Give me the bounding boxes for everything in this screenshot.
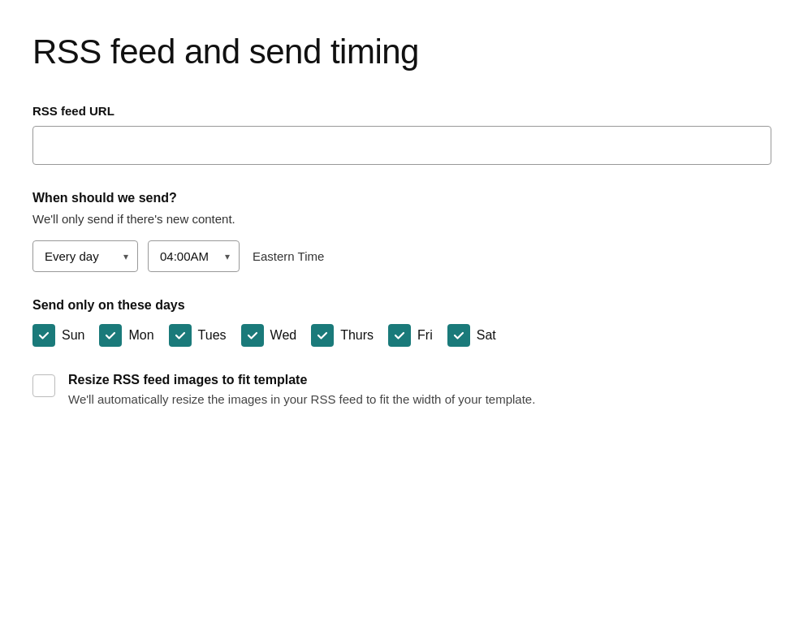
day-label-sat: Sat <box>477 328 496 343</box>
send-timing-title: When should we send? <box>32 191 780 205</box>
checkmark-icon <box>104 329 117 342</box>
checkmark-icon <box>246 329 259 342</box>
day-item-wed[interactable]: Wed <box>241 324 297 347</box>
resize-section: Resize RSS feed images to fit template W… <box>32 373 780 406</box>
day-item-sat[interactable]: Sat <box>447 324 496 347</box>
day-checkbox-fri[interactable] <box>388 324 411 347</box>
time-select[interactable]: 12:00AM 01:00AM 02:00AM 03:00AM 04:00AM … <box>148 240 240 272</box>
page-title: RSS feed and send timing <box>32 32 780 71</box>
rss-url-input[interactable] <box>32 126 771 165</box>
day-label-sun: Sun <box>62 328 84 343</box>
frequency-select[interactable]: Every day Every week Weekdays Weekends <box>32 240 138 272</box>
frequency-select-wrapper: Every day Every week Weekdays Weekends ▾ <box>32 240 138 272</box>
days-title: Send only on these days <box>32 298 780 313</box>
day-label-mon: Mon <box>128 328 153 343</box>
day-label-wed: Wed <box>270 328 297 343</box>
resize-text-block: Resize RSS feed images to fit template W… <box>68 373 535 406</box>
day-checkbox-sat[interactable] <box>447 324 470 347</box>
resize-description: We'll automatically resize the images in… <box>68 392 535 406</box>
day-checkbox-sun[interactable] <box>32 324 55 347</box>
day-item-thurs[interactable]: Thurs <box>311 324 374 347</box>
send-timing-section: When should we send? We'll only send if … <box>32 191 780 272</box>
day-label-tues: Tues <box>198 328 227 343</box>
day-checkbox-wed[interactable] <box>241 324 264 347</box>
checkmark-icon <box>393 329 406 342</box>
day-label-fri: Fri <box>417 328 433 343</box>
day-checkbox-thurs[interactable] <box>311 324 334 347</box>
checkmark-icon <box>452 329 465 342</box>
day-item-fri[interactable]: Fri <box>388 324 433 347</box>
day-item-sun[interactable]: Sun <box>32 324 84 347</box>
time-select-wrapper: 12:00AM 01:00AM 02:00AM 03:00AM 04:00AM … <box>148 240 240 272</box>
day-label-thurs: Thurs <box>340 328 374 343</box>
day-checkbox-mon[interactable] <box>99 324 122 347</box>
days-section: Send only on these days Sun Mon <box>32 298 780 347</box>
checkmark-icon <box>174 329 187 342</box>
timezone-label: Eastern Time <box>253 249 324 263</box>
resize-checkbox[interactable] <box>32 374 55 397</box>
days-row: Sun Mon Tues Wed <box>32 324 780 347</box>
send-timing-subtitle: We'll only send if there's new content. <box>32 212 780 226</box>
day-checkbox-tues[interactable] <box>169 324 192 347</box>
rss-url-section: RSS feed URL <box>32 104 780 165</box>
resize-label: Resize RSS feed images to fit template <box>68 373 535 387</box>
send-controls: Every day Every week Weekdays Weekends ▾… <box>32 240 780 272</box>
checkmark-icon <box>37 329 50 342</box>
day-item-mon[interactable]: Mon <box>99 324 153 347</box>
day-item-tues[interactable]: Tues <box>169 324 227 347</box>
checkmark-icon <box>316 329 329 342</box>
rss-url-label: RSS feed URL <box>32 104 780 118</box>
